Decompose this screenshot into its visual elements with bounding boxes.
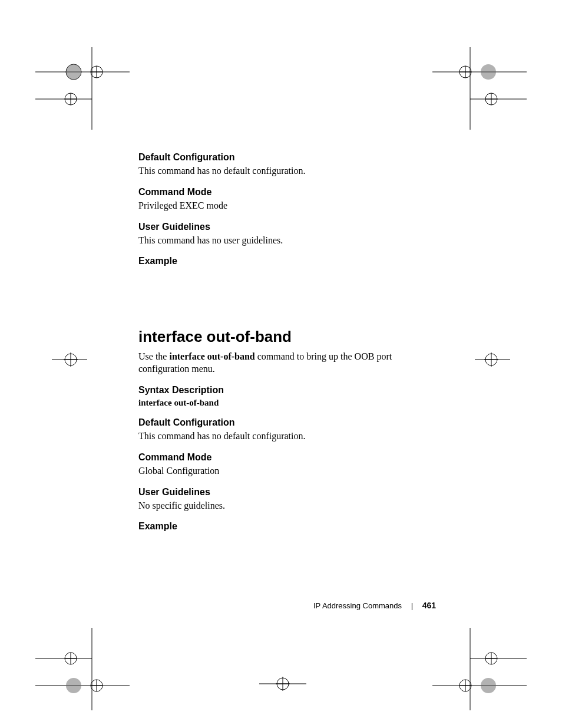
crop-mark-bottom-right — [432, 628, 527, 710]
body-default-config-2: This command has no default configuratio… — [138, 430, 439, 443]
heading-command-mode-1: Command Mode — [138, 187, 439, 197]
body-user-guidelines-1: This command has no user guidelines. — [138, 235, 439, 247]
heading-syntax: Syntax Description — [138, 385, 439, 396]
intro-bold: interface out-of-band — [169, 351, 254, 361]
crop-mark-top-left — [35, 47, 130, 130]
heading-command-mode-2: Command Mode — [138, 452, 439, 463]
crop-mark-mid-left — [52, 348, 87, 371]
footer-chapter: IP Addressing Commands — [313, 601, 402, 610]
heading-user-guidelines-1: User Guidelines — [138, 222, 439, 232]
svg-point-3 — [66, 64, 81, 80]
footer-page-number: 461 — [422, 601, 436, 610]
heading-example-1: Example — [138, 256, 439, 266]
heading-default-config-2: Default Configuration — [138, 417, 439, 428]
intro-pre: Use the — [138, 351, 169, 361]
body-user-guidelines-2: No specific guidelines. — [138, 500, 439, 512]
crop-mark-bottom-left — [35, 628, 130, 710]
heading-default-config-1: Default Configuration — [138, 152, 439, 163]
body-command-mode-2: Global Configuration — [138, 465, 439, 477]
svg-point-13 — [481, 64, 496, 80]
crop-mark-mid-right — [475, 348, 510, 371]
heading-user-guidelines-2: User Guidelines — [138, 487, 439, 498]
footer-separator: | — [411, 601, 413, 610]
svg-point-23 — [66, 678, 81, 693]
svg-point-33 — [481, 678, 496, 693]
crop-mark-bottom-center — [259, 672, 306, 696]
body-default-config-1: This command has no default configuratio… — [138, 165, 439, 177]
syntax-line: interface out-of-band — [138, 398, 439, 408]
body-command-mode-1: Privileged EXEC mode — [138, 200, 439, 212]
page-footer: IP Addressing Commands | 461 — [0, 601, 436, 610]
page-content: Default Configuration This command has n… — [138, 152, 439, 534]
heading-example-2: Example — [138, 521, 439, 532]
section-title: interface out-of-band — [138, 328, 439, 346]
section-intro: Use the interface out-of-band command to… — [138, 351, 439, 375]
crop-mark-top-right — [432, 47, 527, 130]
